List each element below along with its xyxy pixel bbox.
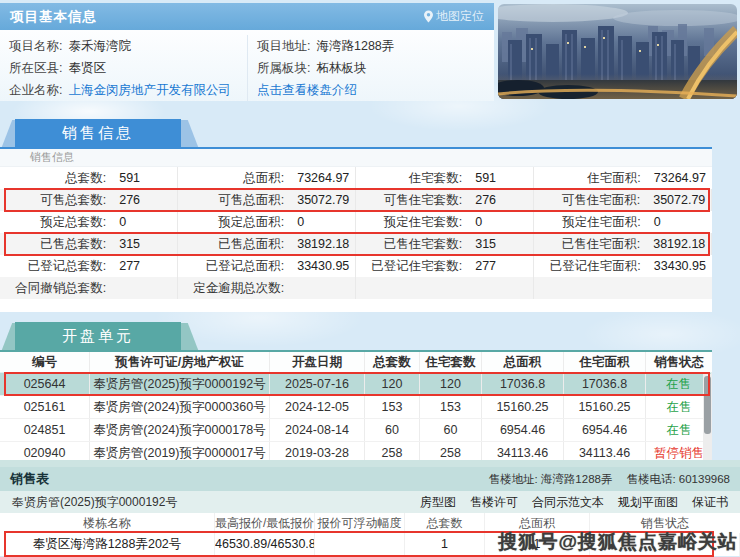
- stat-value: 277: [462, 255, 533, 277]
- stat-label: 住宅面积:: [534, 167, 641, 189]
- watermark: 搜狐号@搜狐焦点嘉峪关站: [498, 529, 738, 555]
- tab-units-label[interactable]: 开盘单元: [15, 322, 181, 350]
- sales-office-address: 售楼地址: 海湾路1288弄: [488, 472, 612, 487]
- unit-id: 025161: [0, 396, 90, 418]
- building-price: 46530.89/46530.89: [215, 533, 315, 556]
- plate-field: 所属板块:柘林板块: [247, 57, 494, 79]
- col-permit: 预售许可证/房地产权证: [90, 352, 270, 372]
- stat-label: 可售总面积:: [178, 189, 284, 211]
- unit-total: 60: [365, 419, 420, 441]
- sales-row-reserved: 预定总套数:0 预定总面积:0 预定住宅套数:0 预定住宅面积:0: [0, 211, 712, 233]
- unit-res: 153: [420, 396, 482, 418]
- basic-info-row: 项目名称:泰禾海湾院 项目地址:海湾路1288弄: [0, 35, 494, 57]
- stat-pair: 住宅面积:73264.97: [534, 167, 712, 189]
- stat-value: 73264.97: [641, 167, 712, 189]
- stat-label: 已登记总套数:: [0, 255, 106, 277]
- stat-label: 总套数:: [0, 167, 106, 189]
- stat-pair: 预定住宅面积:0: [534, 211, 712, 233]
- sales-permit-link[interactable]: 售楼许可: [470, 494, 518, 511]
- unit-id: 025644: [0, 373, 90, 395]
- stat-label: 已售住宅套数:: [356, 233, 462, 255]
- col-res-area: 住宅面积: [564, 352, 646, 372]
- contract-sample-link[interactable]: 合同示范文本: [532, 494, 604, 511]
- plate-label: 所属板块:: [257, 61, 310, 75]
- planning-map-link[interactable]: 规划平面图: [618, 494, 678, 511]
- view-project-intro-link[interactable]: 点击查看楼盘介绍: [257, 83, 357, 97]
- stat-value: [462, 277, 533, 299]
- map-locate-link[interactable]: 地图定位: [424, 3, 484, 30]
- sales-row-registered: 已登记总套数:277 已登记总面积:33430.95 已登记住宅套数:277 已…: [0, 255, 712, 277]
- stat-pair: 已售住宅套数:315: [356, 233, 534, 255]
- stat-value: 591: [106, 167, 177, 189]
- stat-label: 总面积:: [178, 167, 284, 189]
- units-scrollbar-thumb[interactable]: [704, 376, 711, 434]
- unit-permit: 奉贤房管(2024)预字0000360号: [90, 396, 270, 418]
- stat-label: 已售住宅面积:: [534, 233, 640, 255]
- stat-value: 276: [106, 189, 177, 211]
- stat-pair: 已售总面积:38192.18: [178, 233, 356, 255]
- units-scrollbar[interactable]: [703, 374, 712, 465]
- stat-label: [356, 277, 462, 299]
- sales-sheet-subbar: 奉贤房管(2025)预字0000192号 房型图 售楼许可 合同示范文本 规划平…: [0, 491, 740, 513]
- stat-pair: 已登记住宅套数:277: [356, 255, 534, 277]
- stat-value: 38192.18: [640, 233, 711, 255]
- intro-field: 点击查看楼盘介绍: [247, 79, 494, 101]
- stat-pair: 总面积:73264.97: [178, 167, 356, 189]
- map-pin-icon: [424, 10, 433, 23]
- map-locate-label: 地图定位: [436, 8, 484, 25]
- plate-value: 柘林板块: [316, 61, 366, 75]
- tab-units[interactable]: 开盘单元: [3, 322, 203, 350]
- tab-sales-info-label[interactable]: 销售信息: [15, 119, 181, 147]
- col-price-range: 最高报价/最低报价: [215, 513, 315, 533]
- company-link[interactable]: 上海金闵房地产开发有限公司: [68, 83, 231, 97]
- stat-pair: 可售总面积:35072.79: [178, 189, 356, 211]
- units-row-selected[interactable]: 025644 奉贤房管(2025)预字0000192号 2025-07-16 1…: [0, 373, 712, 396]
- col-total-units: 总套数: [405, 513, 485, 533]
- stat-value: 0: [641, 211, 712, 233]
- company-field: 企业名称:上海金闵房地产开发有限公司: [0, 79, 247, 101]
- stat-value: 0: [284, 211, 355, 233]
- col-id: 编号: [0, 352, 90, 372]
- unit-area: 15160.25: [482, 396, 564, 418]
- basic-info-panel: 项目名称:泰禾海湾院 项目地址:海湾路1288弄 所在区县:奉贤区 所属板块:柘…: [0, 30, 494, 101]
- stat-label: 可售住宅面积:: [534, 189, 640, 211]
- stat-label: 已登记总面积:: [178, 255, 284, 277]
- unit-total: 153: [365, 396, 420, 418]
- unit-res: 120: [420, 373, 482, 395]
- stat-label: 已登记住宅套数:: [356, 255, 462, 277]
- floorplan-link[interactable]: 房型图: [420, 494, 456, 511]
- stat-label: 合同撤销总套数:: [0, 277, 106, 299]
- tab-sales-info[interactable]: 销售信息: [3, 119, 203, 147]
- col-total-units: 总套数: [365, 352, 420, 372]
- stat-value: 277: [106, 255, 177, 277]
- stat-value: [641, 277, 712, 299]
- stat-value: 0: [462, 211, 533, 233]
- stat-label: 预定住宅套数:: [356, 211, 462, 233]
- units-row[interactable]: 024851 奉贤房管(2024)预字0000178号 2024-08-14 6…: [0, 419, 712, 442]
- stat-label: 已售总套数:: [0, 233, 106, 255]
- stat-pair: 已登记住宅面积:33430.95: [534, 255, 712, 277]
- sheet-permit-number: 奉贤房管(2025)预字0000192号: [12, 494, 177, 511]
- units-row[interactable]: 025161 奉贤房管(2024)预字0000360号 2024-12-05 1…: [0, 396, 712, 419]
- stat-value: 315: [462, 233, 533, 255]
- basic-info-header-bar: 项目基本信息 地图定位: [0, 3, 494, 30]
- district-value: 奉贤区: [68, 61, 106, 75]
- stat-value: 73264.97: [284, 167, 355, 189]
- stat-label: 已售总面积:: [178, 233, 284, 255]
- unit-open-date: 2025-07-16: [270, 373, 365, 395]
- building-price-float: [315, 533, 405, 556]
- guarantee-link[interactable]: 保证书: [692, 494, 728, 511]
- stat-label: 住宅套数:: [356, 167, 462, 189]
- unit-total: 120: [365, 373, 420, 395]
- stat-label: 预定总面积:: [178, 211, 284, 233]
- page-title: 项目基本信息: [0, 8, 97, 26]
- sales-row-available: 可售总套数:276 可售总面积:35072.79 可售住宅套数:276 可售住宅…: [0, 189, 712, 211]
- stat-value: 315: [106, 233, 177, 255]
- col-open-date: 开盘日期: [270, 352, 365, 372]
- stat-pair: 可售总套数:276: [0, 189, 178, 211]
- sheet-doc-links: 房型图 售楼许可 合同示范文本 规划平面图 保证书: [420, 494, 728, 511]
- stat-value: 33430.95: [641, 255, 712, 277]
- sales-info-subtitle: 销售信息: [0, 149, 712, 167]
- stat-label: 可售总套数:: [0, 189, 106, 211]
- stat-value: [106, 277, 177, 299]
